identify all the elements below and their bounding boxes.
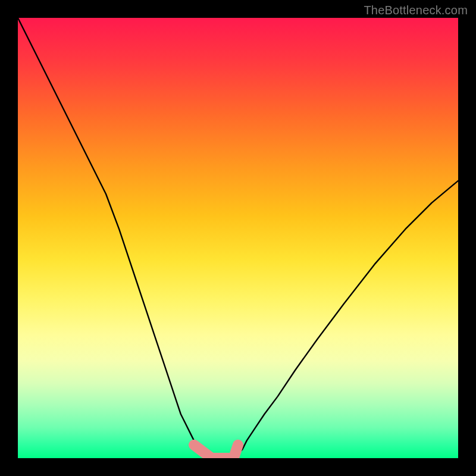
curve-right-path <box>234 181 458 458</box>
curve-left-path <box>18 18 212 458</box>
chart-root: TheBottleneck.com <box>0 0 476 476</box>
watermark-text: TheBottleneck.com <box>364 4 468 17</box>
chart-svg <box>18 18 458 458</box>
plot-area <box>18 18 458 458</box>
floor-segment-path <box>194 445 238 458</box>
